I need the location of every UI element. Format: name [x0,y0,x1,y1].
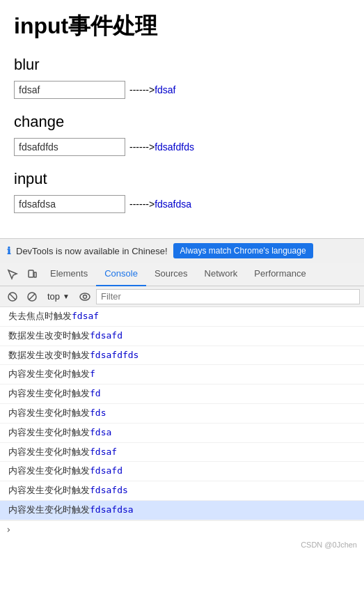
notification-text: DevTools is now available in Chinese! [16,246,168,256]
block-icon[interactable] [24,288,40,305]
log-item: 内容发生变化时触发fdsaf [0,443,364,463]
blur-input-row: ------>fdsaf [14,81,350,99]
svg-point-7 [83,295,86,298]
clear-console-button[interactable] [4,288,21,305]
level-label: top [47,291,60,302]
page-title: input事件处理 [14,11,350,42]
svg-point-6 [80,293,90,300]
input-output: ------>fdsafdsa [129,199,191,210]
info-icon: ℹ [7,245,10,256]
chevron-right-icon: › [6,524,11,535]
tab-sources[interactable]: Sources [146,263,196,286]
log-highlight: fdsaf [90,447,117,457]
tab-performance[interactable]: Performance [246,263,314,286]
language-match-button[interactable]: Always match Chrome's language [173,243,313,258]
log-highlight: fds [90,407,106,418]
log-highlight: fdsafd [90,465,122,476]
device-toolbar-icon[interactable] [22,265,42,284]
log-highlight: fd [90,388,101,398]
log-highlight: f [90,368,95,379]
console-filter-input[interactable] [96,289,360,304]
watermark-text: CSDN @0Jchen [301,541,357,549]
log-highlight: fdsafd [90,330,122,341]
blur-label: blur [14,56,350,74]
log-item: 失去焦点时触发fdsaf [0,307,364,327]
svg-line-3 [10,294,15,300]
change-label: change [14,113,350,131]
log-item: 内容发生变化时触发fdsafds [0,481,364,501]
log-item: 内容发生变化时触发fd [0,385,364,404]
log-item: 内容发生变化时触发fdsafd [0,462,364,481]
log-highlight: fdsaf [72,311,99,321]
input-input[interactable] [14,195,125,213]
log-highlight: fdsafdsa [90,504,134,515]
main-content: input事件处理 blur ------>fdsaf change -----… [0,0,364,238]
log-item-highlighted: 内容发生变化时触发fdsafdsa [0,501,364,520]
eye-button[interactable] [77,288,93,305]
log-highlight: fdsa [90,427,111,437]
change-input[interactable] [14,138,125,156]
change-section: change ------>fdsafdfds [14,113,350,156]
devtools-tabs-bar: Elements Console Sources Network Perform… [0,263,364,286]
log-highlight: fdsafds [90,485,128,495]
input-section: input ------>fdsafdsa [14,170,350,213]
blur-output-highlight: fdsaf [155,84,175,95]
tab-network[interactable]: Network [196,263,246,286]
input-output-highlight: fdsafdsa [155,199,191,210]
blur-section: blur ------>fdsaf [14,56,350,99]
input-label: input [14,170,350,188]
devtools-notification: ℹ DevTools is now available in Chinese! … [0,238,364,263]
console-toolbar: top ▼ [0,286,364,307]
level-selector[interactable]: top ▼ [43,290,74,303]
change-output-highlight: fdsafdfds [155,141,194,153]
inspect-element-icon[interactable] [3,265,22,284]
console-input-row: › [0,520,364,538]
svg-line-5 [29,293,35,300]
log-item: 内容发生变化时触发fds [0,404,364,424]
chevron-down-icon: ▼ [63,293,70,300]
blur-input[interactable] [14,81,125,99]
input-input-row: ------>fdsafdsa [14,195,350,213]
blur-output: ------>fdsaf [129,84,176,95]
tab-console[interactable]: Console [96,263,146,286]
console-log-area: 失去焦点时触发fdsaf 数据发生改变时触发fdsafd 数据发生改变时触发fd… [0,307,364,538]
tab-elements[interactable]: Elements [42,263,96,286]
svg-rect-1 [34,272,36,277]
change-output: ------>fdsafdfds [129,141,194,153]
log-item: 数据发生改变时触发fdsafdfds [0,346,364,366]
log-item: 数据发生改变时触发fdsafd [0,327,364,346]
log-item: 内容发生变化时触发f [0,365,364,385]
log-highlight: fdsafdfds [90,350,139,360]
log-item: 内容发生变化时触发fdsa [0,424,364,443]
svg-rect-0 [29,270,33,277]
change-input-row: ------>fdsafdfds [14,138,350,156]
watermark: CSDN @0Jchen [0,538,364,552]
